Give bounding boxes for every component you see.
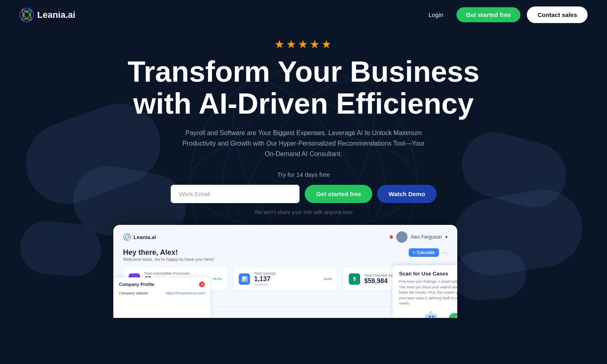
scan-panel: Scan for Use Cases ✕ Fine-tune your find… [393, 265, 457, 318]
login-button[interactable]: Login [422, 8, 450, 21]
robot-illustration [423, 311, 447, 318]
calculate-button[interactable]: ≡ Calculate [409, 248, 439, 257]
panel-field-label: Company website [119, 291, 148, 295]
svg-rect-13 [429, 315, 431, 317]
hero-title-line2: with AI-Driven Efficiency [133, 87, 474, 120]
logo[interactable]: Leania.ai [19, 8, 75, 22]
company-profile-panel: Company Profile ✕ Company website https:… [113, 277, 210, 318]
dashboard-nav: Leania.ai Alex Ferguson ▾ [123, 231, 448, 243]
panel-website-row: Company website https://insurmarine.com/ [119, 291, 205, 295]
stat-value-savings: 1,137 [254, 275, 319, 283]
more-options-icon[interactable]: ··· [442, 249, 448, 256]
scan-robot-area: Scan for Use Cases [399, 311, 457, 318]
svg-point-5 [20, 8, 34, 22]
cta-row: Get started free Watch Demo [40, 184, 567, 203]
panel-header: Company Profile ✕ [119, 281, 205, 287]
watch-demo-button[interactable]: Watch Demo [377, 185, 436, 203]
dashboard-logo-text: Leania.ai [134, 234, 156, 240]
panel-title: Company Profile [119, 282, 154, 287]
get-started-nav-button[interactable]: Get started free [456, 7, 521, 22]
stat-label-savings: Total Savings [254, 271, 319, 275]
stat-label-processes: Total Automatible Processes [144, 271, 208, 275]
hero-title-line1: Transform Your Business [127, 55, 480, 88]
star-rating: ★★★★★ [40, 38, 567, 51]
stat-card-savings: 📊 Total Savings 1,137 hours/mo -1.1% [233, 267, 337, 290]
dashboard-preview: Leania.ai Alex Ferguson ▾ Hey there, Ale… [113, 225, 457, 318]
panel-field-value: https://insurmarine.com/ [166, 291, 205, 295]
privacy-text: We won't share your info with anyone els… [40, 209, 567, 215]
svg-point-20 [430, 312, 432, 314]
hero-section: ★★★★★ Transform Your Business with AI-Dr… [0, 30, 607, 215]
svg-rect-14 [432, 315, 434, 317]
calculate-label: Calculate [417, 250, 435, 255]
dashboard-logo-icon [123, 233, 131, 241]
stat-icon-savings: 📊 [239, 273, 250, 285]
hero-title: Transform Your Business with AI-Driven E… [40, 56, 567, 120]
email-input[interactable] [170, 184, 300, 203]
contact-sales-button[interactable]: Contact sales [527, 6, 588, 23]
navbar: Leania.ai Login Get started free Contact… [0, 0, 607, 30]
stat-icon-potential: $ [349, 273, 360, 285]
panel-close-button[interactable]: ✕ [199, 281, 205, 287]
logo-icon [19, 8, 34, 22]
scan-header: Scan for Use Cases ✕ [399, 270, 457, 277]
notification-dot [390, 235, 393, 239]
svg-point-11 [124, 233, 130, 241]
dashboard-user: Alex Ferguson ▾ [390, 231, 448, 243]
user-chevron-icon: ▾ [445, 234, 448, 240]
dashboard-greeting: Hey there, Alex! Welcome back, we're hap… [123, 248, 448, 262]
scan-title: Scan for Use Cases [399, 271, 448, 277]
try-text: Try for 14 days free [40, 171, 567, 178]
calculate-icon: ≡ [413, 250, 415, 255]
nav-actions: Login Get started free Contact sales [422, 6, 588, 23]
user-name: Alex Ferguson [411, 234, 442, 240]
user-avatar [396, 231, 407, 243]
svg-point-22 [431, 311, 431, 311]
calculate-area: ≡ Calculate ··· [409, 248, 448, 257]
greeting-sub: Welcome back, we're happy to have you he… [123, 257, 448, 262]
get-started-hero-button[interactable]: Get started free [305, 185, 372, 203]
scan-button[interactable]: Scan for Use Cases [449, 313, 457, 318]
stat-badge-processes: +5.7% [212, 277, 222, 281]
greeting-title: Hey there, Alex! [123, 248, 448, 257]
svg-rect-16 [425, 315, 427, 318]
svg-rect-17 [435, 315, 437, 318]
dashboard-logo: Leania.ai [123, 233, 156, 241]
hero-subtitle: Payroll and Software are Your Biggest Ex… [178, 128, 429, 159]
stat-info-savings: Total Savings 1,137 hours/mo [254, 271, 319, 286]
scan-description: Fine-tune your findings: A smart system … [399, 279, 457, 307]
logo-text: Leania.ai [37, 10, 75, 20]
stat-badge-savings: -1.1% [323, 277, 332, 281]
stat-sub-savings: hours/mo [254, 283, 319, 286]
